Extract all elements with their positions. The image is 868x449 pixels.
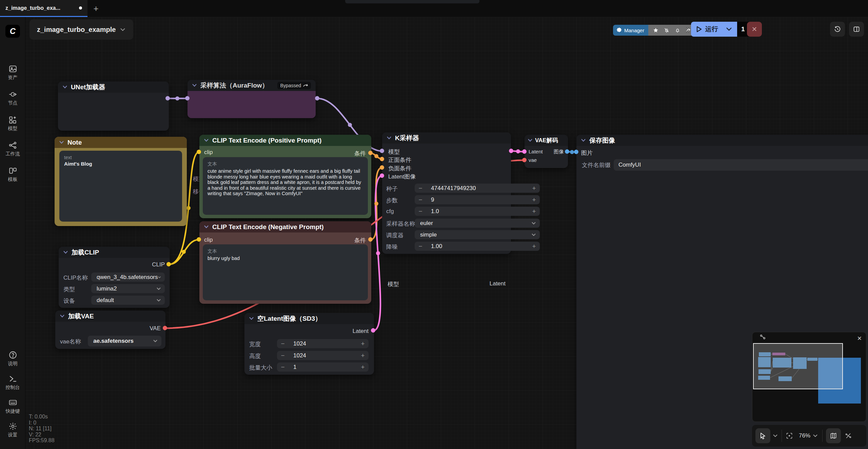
increment-button[interactable]: + (357, 363, 369, 371)
seed-number-widget[interactable]: − 47447417949230 + (415, 184, 540, 193)
minimap-viewport[interactable] (753, 343, 843, 389)
node-header[interactable]: 保存图像 (576, 135, 868, 146)
width-number-widget[interactable]: − 1024 + (277, 339, 369, 348)
manager-button[interactable]: Manager (613, 25, 648, 36)
latent-output-dot[interactable] (509, 149, 513, 153)
ksampler-negative-input-dot[interactable] (380, 165, 384, 170)
node-header[interactable]: CLIP Text Encode (Positive Prompt) (199, 135, 371, 146)
vaedecode-latent-input-dot[interactable] (522, 149, 527, 154)
collapse-chevron-icon[interactable] (192, 84, 197, 87)
filename-prefix-input[interactable]: ComfyUI (614, 159, 868, 171)
toggle-panel-button[interactable] (849, 22, 864, 37)
sidebar-item-settings[interactable]: 设置 (0, 422, 25, 438)
node-ksampler[interactable]: K采样器 模型 模型 Latent 种子 − 47447417949230 + … (382, 132, 511, 254)
node-header[interactable]: CLIP Text Encode (Negative Prompt) (199, 221, 371, 232)
history-button[interactable] (830, 22, 845, 37)
node-header[interactable]: VAE解码 (525, 135, 568, 146)
node-unet-loader[interactable]: UNet加载器 模型 UNet名称 z_image_turbo_bf16.sa.… (58, 81, 169, 131)
sidebar-item-workflows[interactable]: 工作流 (0, 141, 25, 157)
increment-button[interactable]: + (528, 196, 540, 204)
node-header[interactable]: K采样器 (382, 132, 511, 144)
fit-view-button[interactable] (782, 428, 797, 443)
ksampler-model-input-dot[interactable] (380, 149, 384, 153)
decrement-button[interactable]: − (415, 208, 426, 215)
minimap-toggle-button[interactable] (826, 428, 841, 443)
cursor-tool-button[interactable] (755, 428, 770, 443)
collapse-chevron-icon[interactable] (59, 141, 64, 144)
latent-output-dot[interactable] (371, 328, 375, 333)
workflow-title-dropdown[interactable]: z_image_turbo_example (29, 19, 133, 40)
bypassed-badge[interactable]: Bypassed (277, 82, 311, 89)
bell-icon[interactable] (675, 27, 680, 33)
collapse-chevron-icon[interactable] (387, 136, 391, 139)
node-clip-text-encode-positive[interactable]: CLIP Text Encode (Positive Prompt) clip … (199, 135, 371, 218)
sidebar-item-console[interactable]: 控制台 (0, 374, 25, 391)
clip-name-combo[interactable]: qwen_3_4b.safetensors (91, 273, 165, 282)
minimap-panel[interactable]: ✕ (752, 332, 866, 422)
decrement-button[interactable]: − (415, 243, 426, 250)
vaedecode-vae-input-dot[interactable] (522, 158, 527, 162)
collapse-chevron-icon[interactable] (581, 139, 586, 142)
cancel-run-button[interactable]: ✕ (747, 22, 762, 37)
node-header[interactable]: 采样算法（AuraFlow） Bypassed (188, 80, 316, 91)
decrement-button[interactable]: − (415, 185, 426, 192)
image-output-dot[interactable] (565, 149, 569, 154)
vae-output-dot[interactable] (163, 326, 167, 330)
bell-muted-icon[interactable] (664, 27, 669, 33)
image-input-dot[interactable] (574, 150, 578, 154)
node-model-sampling-auraflow[interactable]: 采样算法（AuraFlow） Bypassed 模型 模型 移位 − 3.00 … (188, 80, 316, 118)
ksampler-latent-input-dot[interactable] (380, 173, 384, 178)
note-textarea[interactable]: text Aimt's Blog (59, 151, 182, 222)
node-header[interactable]: Note (55, 137, 187, 148)
conditioning-output-dot[interactable] (368, 151, 373, 155)
decrement-button[interactable]: − (277, 352, 289, 359)
node-header[interactable]: UNet加载器 (58, 81, 169, 93)
node-vae-decode[interactable]: VAE解码 Latent vae 图像 (525, 135, 568, 168)
clip-type-combo[interactable]: lumina2 (91, 284, 165, 293)
collapse-chevron-icon[interactable] (528, 139, 532, 142)
sampler-combo[interactable]: euler (415, 219, 540, 228)
clip-device-combo[interactable]: default (91, 296, 165, 305)
run-button[interactable]: 运行 (691, 22, 737, 37)
decrement-button[interactable]: − (415, 196, 426, 204)
collapse-chevron-icon[interactable] (63, 86, 67, 89)
sidebar-item-nodes[interactable]: 节点 (0, 90, 25, 106)
node-header[interactable]: 加载VAE (55, 311, 165, 322)
sidebar-item-assets[interactable]: 资产 (0, 64, 25, 81)
toggle-links-button[interactable] (841, 428, 856, 443)
scheduler-combo[interactable]: simple (415, 230, 540, 239)
sidebar-item-templates[interactable]: 模板 (0, 166, 25, 183)
ksampler-positive-input-dot[interactable] (380, 157, 384, 161)
decrement-button[interactable]: − (277, 340, 289, 348)
cfg-number-widget[interactable]: − 1.0 + (415, 207, 540, 216)
chevron-down-icon[interactable] (773, 434, 777, 437)
collapse-chevron-icon[interactable] (60, 315, 64, 318)
model-output-dot[interactable] (165, 96, 170, 100)
decrement-button[interactable]: − (277, 363, 289, 371)
collapse-chevron-icon[interactable] (204, 139, 209, 142)
prompt-textarea[interactable]: 文本 blurry ugly bad (203, 244, 368, 300)
node-header[interactable]: 加载CLIP (59, 247, 170, 258)
chevron-down-icon[interactable] (813, 434, 817, 437)
steps-number-widget[interactable]: − 9 + (415, 195, 540, 204)
increment-button[interactable]: + (528, 243, 540, 250)
minimap-close-icon[interactable]: ✕ (857, 335, 862, 342)
denoise-number-widget[interactable]: − 1.00 + (415, 242, 540, 251)
conditioning-output-dot[interactable] (368, 237, 373, 242)
comfyui-logo[interactable]: C (5, 25, 20, 38)
node-header[interactable]: 空Latent图像（SD3） (244, 313, 374, 324)
collapse-chevron-icon[interactable] (204, 225, 209, 228)
increment-button[interactable]: + (528, 208, 540, 215)
sidebar-item-models[interactable]: 模型 (0, 115, 25, 132)
sidebar-item-shortcuts[interactable]: 快捷键 (0, 398, 25, 414)
model-output-dot[interactable] (315, 96, 319, 100)
vae-name-combo[interactable]: ae.safetensors (88, 336, 161, 347)
clip-output-dot[interactable] (166, 262, 171, 266)
collapse-chevron-icon[interactable] (249, 317, 254, 320)
chevron-down-icon[interactable] (726, 27, 732, 31)
clip-input-dot[interactable] (197, 237, 201, 242)
height-number-widget[interactable]: − 1024 + (277, 351, 369, 360)
node-clip-text-encode-negative[interactable]: CLIP Text Encode (Negative Prompt) clip … (199, 221, 371, 304)
increment-button[interactable]: + (528, 185, 540, 192)
node-load-clip[interactable]: 加载CLIP CLIP CLIP名称 qwen_3_4b.safetensors… (59, 247, 170, 308)
